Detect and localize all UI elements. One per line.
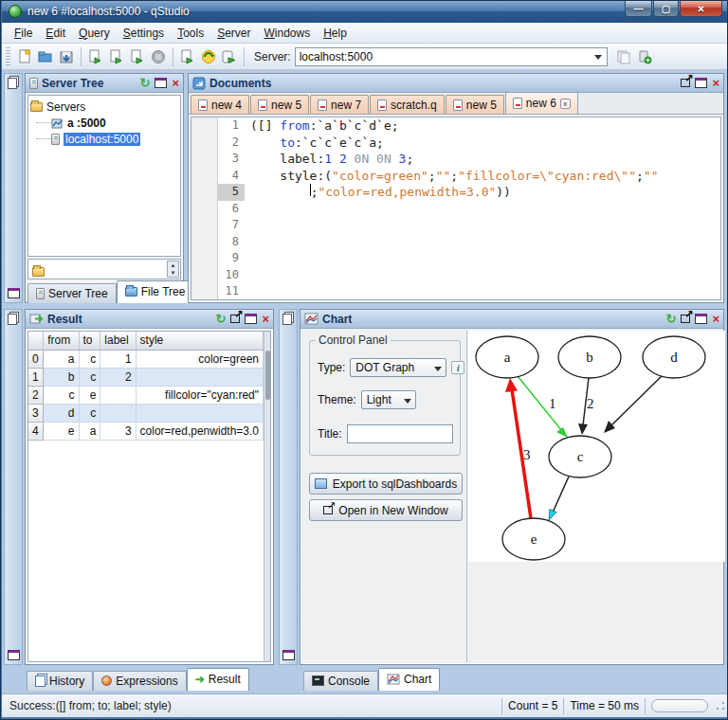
refresh-icon[interactable]: ↻: [666, 314, 677, 325]
code-line-10[interactable]: 10: [246, 267, 720, 284]
code-line-4[interactable]: 4 style:("color=green";"";"fillcolor=\"c…: [246, 168, 720, 185]
info-icon[interactable]: i: [451, 361, 464, 374]
table-cell[interactable]: [100, 404, 136, 422]
column-header-from[interactable]: from: [44, 332, 79, 350]
close-button[interactable]: ✕: [680, 1, 722, 17]
editor-lines[interactable]: 1([] from:`a`b`c`d`e;2 to:`c`c`e`c`a;3 l…: [218, 117, 720, 299]
result-scrollbar[interactable]: [264, 332, 270, 661]
code-line-6[interactable]: 6: [246, 201, 720, 218]
table-cell[interactable]: e: [79, 386, 100, 404]
column-header-to[interactable]: to: [79, 332, 100, 350]
document-tab-scratch.q[interactable]: scratch.q: [370, 95, 445, 114]
table-cell[interactable]: [100, 386, 136, 404]
chart-theme-combobox[interactable]: Light: [361, 390, 416, 409]
maximize-panel-icon[interactable]: [155, 78, 167, 88]
column-header-style[interactable]: style: [136, 332, 263, 350]
table-row[interactable]: 1bc2: [28, 368, 264, 386]
tab-close-icon[interactable]: x: [560, 99, 571, 109]
close-panel-icon[interactable]: ×: [262, 314, 269, 325]
code-line-7[interactable]: 7: [246, 217, 720, 234]
maximize-button[interactable]: ▢: [653, 1, 679, 17]
close-panel-icon[interactable]: ×: [712, 314, 719, 325]
minimize-button[interactable]: —: [625, 1, 652, 17]
stacked-windows-icon[interactable]: [282, 314, 292, 325]
document-tab-new-7[interactable]: new 7: [310, 95, 369, 114]
close-panel-icon[interactable]: ×: [172, 78, 179, 89]
table-cell[interactable]: 3: [100, 422, 136, 440]
document-tab-new-6[interactable]: new 6x: [505, 92, 578, 114]
save-button[interactable]: [56, 46, 77, 67]
maximize-panel-icon[interactable]: [695, 78, 707, 88]
table-cell[interactable]: c: [79, 404, 100, 422]
run-script-button[interactable]: [219, 46, 240, 67]
send-query-button[interactable]: [177, 46, 198, 67]
column-header-label[interactable]: label: [100, 332, 136, 350]
menu-item-edit[interactable]: Edit: [39, 25, 72, 42]
popout-panel-icon[interactable]: [230, 315, 240, 323]
resize-grip[interactable]: [716, 701, 725, 711]
menu-item-query[interactable]: Query: [72, 25, 117, 42]
tree-item-localhost-5000[interactable]: localhost:5000: [30, 131, 178, 147]
tab-chart[interactable]: Chart: [378, 668, 440, 691]
file-shortcut-list[interactable]: ▲▼: [27, 259, 181, 279]
maximize-panel-icon[interactable]: [695, 314, 707, 324]
table-row[interactable]: 4ea3color=red,penwidth=3.0: [28, 422, 264, 440]
new-file-button[interactable]: [14, 46, 35, 67]
tab-file-tree[interactable]: File Tree: [117, 280, 194, 303]
stacked-windows-icon[interactable]: [8, 78, 17, 89]
code-line-5[interactable]: 5 ;"color=red,penwidth=3.0")): [246, 184, 720, 201]
tree-item-a-5000[interactable]: a :5000: [30, 115, 178, 131]
menu-item-file[interactable]: File: [8, 25, 39, 42]
maximize-panel-icon[interactable]: [245, 314, 257, 324]
popout-panel-icon[interactable]: [681, 79, 690, 87]
tab-server-tree[interactable]: Server Tree: [27, 283, 117, 303]
table-row[interactable]: 3dc: [28, 404, 264, 422]
stop-query-button[interactable]: [148, 46, 169, 67]
stacked-windows-icon[interactable]: [8, 314, 17, 325]
table-cell[interactable]: color=green: [136, 350, 263, 368]
table-cell[interactable]: d: [44, 404, 79, 422]
restore-panel-icon[interactable]: [8, 288, 20, 298]
restore-panel-icon[interactable]: [8, 650, 20, 660]
spinner-control[interactable]: ▲▼: [167, 261, 179, 278]
refresh-icon[interactable]: ↻: [140, 78, 151, 89]
table-row[interactable]: 0ac1color=green: [28, 350, 264, 368]
toolbar-grip[interactable]: [6, 47, 10, 66]
run-line-button[interactable]: [106, 46, 127, 67]
tab-history[interactable]: History: [27, 671, 93, 691]
add-server-button[interactable]: [634, 46, 655, 67]
export-sqldashboards-button[interactable]: Export to sqlDashboards: [309, 473, 463, 495]
tab-expressions[interactable]: Expressions: [93, 671, 186, 691]
code-editor[interactable]: 1([] from:`a`b`c`d`e;2 to:`c`c`e`c`a;3 l…: [191, 117, 721, 300]
scrollbar-thumb[interactable]: [265, 351, 270, 400]
copy-server-button[interactable]: [613, 46, 634, 67]
chart-type-combobox[interactable]: DOT Graph: [350, 358, 446, 377]
close-panel-icon[interactable]: ×: [712, 78, 719, 89]
code-line-9[interactable]: 9: [246, 250, 720, 267]
document-tab-new-4[interactable]: new 4: [191, 95, 249, 114]
code-line-1[interactable]: 1([] from:`a`b`c`d`e;: [246, 117, 720, 135]
table-cell[interactable]: c: [79, 368, 100, 386]
menu-item-help[interactable]: Help: [317, 25, 354, 42]
table-row[interactable]: 2cefillcolor="cyan:red": [28, 386, 264, 404]
table-cell[interactable]: a: [44, 350, 79, 368]
table-cell[interactable]: c: [44, 386, 79, 404]
code-line-3[interactable]: 3 label:1 2 0N 0N 3;: [246, 151, 720, 168]
run-selection-button[interactable]: [127, 46, 148, 67]
open-new-window-button[interactable]: Open in New Window: [309, 499, 463, 521]
tree-root-servers[interactable]: Servers: [30, 99, 178, 115]
chart-title-input[interactable]: [347, 424, 453, 443]
menu-item-tools[interactable]: Tools: [171, 25, 210, 42]
server-combobox[interactable]: localhost:5000: [295, 47, 608, 66]
code-line-2[interactable]: 2 to:`c`c`e`c`a;: [246, 135, 720, 152]
table-cell[interactable]: 1: [100, 350, 136, 368]
run-query-button[interactable]: [85, 46, 106, 67]
menu-item-server[interactable]: Server: [210, 25, 257, 42]
table-cell[interactable]: [136, 368, 263, 386]
table-cell[interactable]: 2: [100, 368, 136, 386]
open-file-button[interactable]: [35, 46, 56, 67]
refresh-icon[interactable]: ↻: [216, 314, 227, 325]
tab-result[interactable]: ➜ Result: [187, 668, 249, 691]
table-cell[interactable]: fillcolor="cyan:red": [136, 386, 263, 404]
document-tab-new-5[interactable]: new 5: [250, 95, 309, 114]
